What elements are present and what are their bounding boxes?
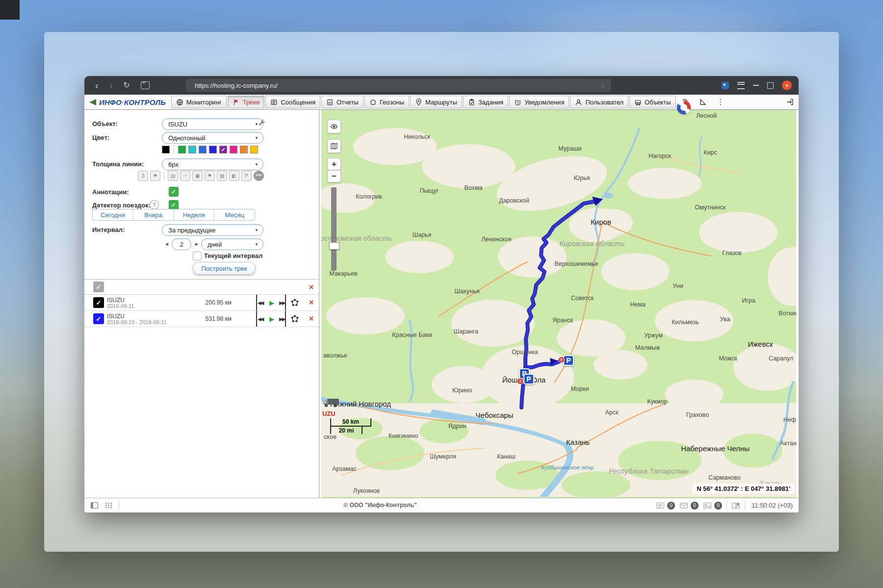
tab-routes[interactable]: Маршруты bbox=[410, 96, 462, 108]
more-button[interactable]: ⋮ bbox=[712, 96, 729, 108]
extension-icon[interactable] bbox=[722, 82, 729, 89]
color-swatch[interactable] bbox=[240, 146, 248, 153]
decrement-arrow[interactable]: ◄ bbox=[164, 241, 169, 247]
fuel-station-icon[interactable]: ▣ bbox=[192, 171, 203, 181]
tab-geozones[interactable]: Геозоны bbox=[364, 96, 409, 108]
photo-icon[interactable] bbox=[703, 501, 712, 510]
mail-icon[interactable] bbox=[679, 501, 688, 510]
tab-reports[interactable]: Отчеты bbox=[321, 96, 364, 108]
skip-start-icon[interactable]: ◀◀ bbox=[256, 295, 263, 310]
map-label: Вохма bbox=[465, 184, 483, 191]
flag-icon[interactable]: ⚑ bbox=[205, 171, 215, 181]
back-button[interactable]: ‹ bbox=[95, 80, 99, 90]
interval-unit-select[interactable]: дней ▼ bbox=[201, 238, 263, 250]
color-swatch[interactable] bbox=[178, 146, 186, 153]
help-icon[interactable]: ? bbox=[150, 200, 159, 209]
color-swatch[interactable] bbox=[230, 146, 237, 153]
parking-marker[interactable]: P bbox=[523, 374, 534, 384]
parking-marker[interactable]: P bbox=[563, 355, 574, 366]
color-swatch[interactable] bbox=[188, 146, 196, 153]
build-track-button[interactable]: Построить трек bbox=[193, 262, 256, 275]
remove-track-button[interactable]: × bbox=[309, 295, 313, 310]
color-mode-select[interactable]: Однотонный ▼ bbox=[162, 132, 263, 144]
track-row[interactable]: ✓ ISUZU 2019-09-11 200.95 км ◀◀ ▶ ▶▶ × bbox=[84, 295, 319, 311]
geofence-icon[interactable] bbox=[290, 311, 299, 327]
trip-detector-checkbox[interactable]: ✓ bbox=[169, 200, 179, 210]
url-text[interactable]: https://hosting.ic-company.ru/ bbox=[195, 82, 278, 89]
period-today-button[interactable]: Сегодня bbox=[93, 209, 133, 220]
tab-tracks[interactable]: Треки bbox=[228, 96, 265, 108]
clear-all-button[interactable]: × bbox=[309, 280, 313, 295]
play-icon[interactable]: ▶ bbox=[269, 295, 274, 310]
map-label: Грахово bbox=[686, 411, 709, 418]
tab-users[interactable]: Пользовател bbox=[570, 96, 628, 108]
track-row[interactable]: ✓ ISUZU 2019-09-10 - 2019-09-11 531.98 к… bbox=[84, 311, 319, 327]
logout-button[interactable] bbox=[781, 96, 798, 108]
tab-objects[interactable]: Объекты bbox=[629, 96, 676, 108]
zoom-out-button[interactable]: − bbox=[327, 170, 341, 182]
tab-monitoring[interactable]: Мониторинг bbox=[171, 96, 227, 108]
toggle-sidebar-icon[interactable] bbox=[90, 501, 99, 510]
skip-start-icon[interactable]: ◀◀ bbox=[256, 311, 263, 327]
minimize-button[interactable] bbox=[753, 85, 759, 86]
events-icon[interactable]: ◔ bbox=[180, 171, 190, 181]
object-select[interactable]: ISUZU ▼ bbox=[162, 118, 263, 130]
maximize-button[interactable] bbox=[767, 82, 774, 89]
current-interval-checkbox[interactable] bbox=[193, 252, 202, 260]
photo-icon[interactable]: ▨ bbox=[217, 171, 227, 181]
close-button[interactable]: × bbox=[782, 80, 792, 90]
tab-messages[interactable]: Сообщения bbox=[265, 96, 320, 108]
remove-track-button[interactable]: × bbox=[309, 311, 313, 327]
zoom-in-button[interactable]: + bbox=[327, 158, 341, 170]
map-canvas[interactable]: ЛеснойНикольскМурашиКирсНагорскЮрьяВохма… bbox=[319, 110, 799, 498]
reload-button[interactable]: ↻ bbox=[123, 81, 130, 89]
color-swatch[interactable]: ✓ bbox=[219, 146, 227, 153]
video-icon[interactable]: ◧ bbox=[229, 171, 239, 181]
menu-icon[interactable] bbox=[737, 82, 745, 89]
track-checkbox[interactable]: ✓ bbox=[93, 313, 104, 324]
forward-button[interactable]: › bbox=[109, 80, 113, 90]
color-swatch[interactable] bbox=[250, 146, 258, 153]
tab-tasks[interactable]: Задания bbox=[463, 96, 508, 108]
skip-end-icon[interactable]: ▶▶ bbox=[279, 295, 286, 310]
interval-count-field[interactable]: 2 bbox=[172, 238, 191, 250]
stop-icon[interactable]: STOP bbox=[254, 171, 264, 181]
bookmark-star-icon[interactable]: ☆ bbox=[599, 81, 606, 89]
vehicle-truck-icon[interactable] bbox=[322, 397, 340, 408]
zoom-slider[interactable] bbox=[331, 187, 337, 271]
layout-icon[interactable] bbox=[731, 501, 740, 510]
select-all-checkbox[interactable]: ✓ bbox=[93, 281, 104, 292]
interval-mode-select[interactable]: За предыдущие ▼ bbox=[162, 224, 263, 236]
period-yesterday-button[interactable]: Вчера bbox=[133, 209, 174, 220]
map-label: аволжье bbox=[323, 352, 347, 359]
color-swatch[interactable] bbox=[162, 146, 170, 153]
visibility-button[interactable] bbox=[327, 120, 341, 133]
parking-icon[interactable]: P bbox=[241, 171, 252, 181]
period-week-button[interactable]: Неделя bbox=[174, 209, 215, 220]
new-tab-icon[interactable] bbox=[141, 81, 150, 89]
url-bar[interactable]: https://hosting.ic-company.ru/ ☆ bbox=[186, 79, 611, 92]
flags-icon[interactable]: ⚑ bbox=[150, 171, 160, 181]
map-label: Пыщуг bbox=[419, 187, 439, 194]
news-icon[interactable] bbox=[656, 501, 665, 510]
counter-icon[interactable]: 3 bbox=[138, 171, 148, 181]
tab-notifications[interactable]: Уведомления bbox=[509, 96, 569, 108]
skip-end-icon[interactable]: ▶▶ bbox=[279, 311, 286, 327]
map-label: Чебоксары bbox=[476, 411, 514, 419]
color-swatch[interactable] bbox=[209, 146, 217, 153]
fuel-icon[interactable]: ▤ bbox=[168, 171, 178, 181]
layers-button[interactable] bbox=[327, 139, 341, 153]
grid-icon[interactable] bbox=[104, 501, 113, 510]
zoom-slider-handle[interactable] bbox=[329, 242, 339, 250]
increment-arrow[interactable]: ► bbox=[194, 241, 199, 247]
color-swatch[interactable] bbox=[199, 146, 207, 153]
geofence-icon[interactable] bbox=[290, 295, 299, 310]
measure-button[interactable] bbox=[695, 96, 711, 108]
play-icon[interactable]: ▶ bbox=[269, 311, 274, 327]
track-checkbox[interactable]: ✓ bbox=[93, 297, 104, 308]
thickness-select[interactable]: 6px ▼ bbox=[162, 158, 263, 170]
annotations-checkbox[interactable]: ✓ bbox=[169, 187, 179, 197]
wrench-icon[interactable] bbox=[257, 118, 266, 127]
cursor-coordinates: N 56° 41.0372' : E 047° 31.8981' bbox=[693, 484, 794, 494]
period-month-button[interactable]: Месяц bbox=[214, 209, 255, 220]
